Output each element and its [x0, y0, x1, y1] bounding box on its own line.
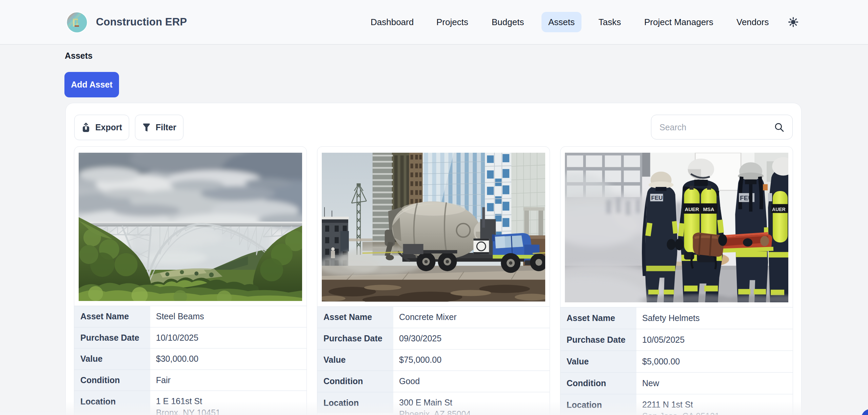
svg-text:AUER: AUER — [685, 206, 699, 212]
svg-text:FEU: FEU — [651, 195, 663, 201]
svg-text:MSA: MSA — [703, 206, 714, 212]
svg-text:AUER: AUER — [772, 206, 786, 212]
